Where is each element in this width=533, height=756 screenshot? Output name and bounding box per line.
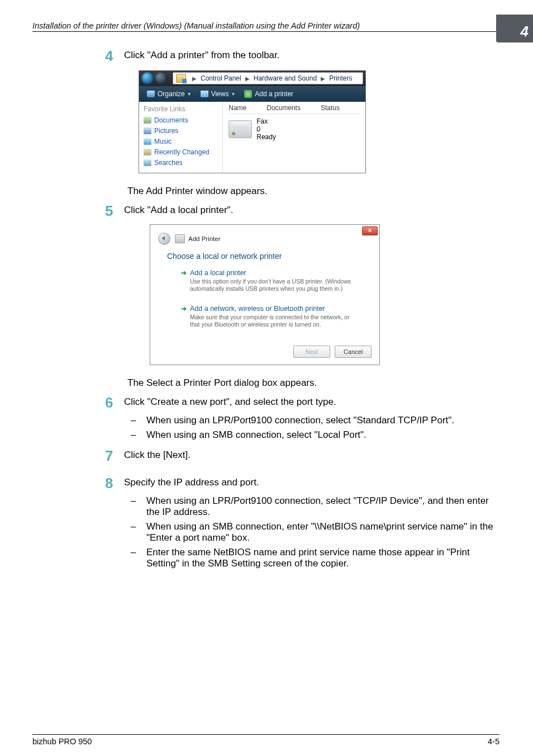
step-8-bullet-3: Enter the same NetBIOS name and print se…: [146, 547, 499, 569]
option-local-title: Add a local printer: [190, 269, 246, 277]
favorite-links-title: Favorite Links: [144, 105, 218, 113]
back-button[interactable]: [141, 72, 154, 84]
col-status[interactable]: Status: [321, 104, 340, 112]
step-5-number: 5: [105, 202, 124, 220]
step-7-text: Click the [Next].: [124, 447, 191, 461]
option-local-printer[interactable]: ➔Add a local printer Use this option onl…: [176, 265, 363, 296]
printer-item-fax[interactable]: Fax 0 Ready: [229, 117, 360, 141]
paragraph-after-ss1: The Add Printer window appears.: [127, 186, 499, 197]
crumb-control-panel[interactable]: Control Panel: [198, 74, 244, 82]
favorite-links-panel: Favorite Links Documents Pictures Music …: [139, 102, 223, 173]
col-name[interactable]: Name: [229, 104, 246, 112]
chevron-down-icon: ▼: [187, 92, 192, 97]
add-printer-label: Add a printer: [255, 90, 293, 98]
sidebar-item-label: Pictures: [154, 127, 178, 135]
crumb-printers[interactable]: Printers: [326, 74, 355, 82]
crumb-hardware[interactable]: Hardware and Sound: [251, 74, 320, 82]
forward-button[interactable]: [155, 72, 167, 84]
sidebar-item-pictures[interactable]: Pictures: [144, 127, 218, 135]
pictures-icon: [144, 127, 151, 134]
dialog-title: Add Printer: [188, 235, 221, 242]
toolbar: Organize▼ Views▼ Add a printer: [139, 86, 365, 102]
sidebar-item-label: Documents: [154, 116, 188, 124]
sidebar-item-label: Recently Changed: [154, 148, 210, 156]
sidebar-item-searches[interactable]: Searches: [144, 159, 218, 167]
documents-icon: [144, 117, 151, 124]
step-8-number: 8: [105, 475, 124, 492]
list-columns: Name Documents Status: [229, 104, 360, 114]
chevron-right-icon: ▶: [191, 75, 198, 82]
sidebar-item-documents[interactable]: Documents: [144, 116, 218, 124]
fax-printer-icon: [229, 120, 252, 138]
fax-status: Ready: [256, 133, 276, 141]
sidebar-item-label: Searches: [154, 159, 183, 167]
printers-folder-icon: [176, 74, 186, 83]
step-4-text: Click "Add a printer" from the toolbar.: [124, 48, 280, 61]
next-button[interactable]: Next: [293, 346, 330, 358]
sidebar-item-label: Music: [154, 138, 172, 145]
sidebar-item-music[interactable]: Music: [144, 138, 218, 145]
running-header: Installation of the printer driver (Wind…: [32, 21, 499, 30]
organize-button[interactable]: Organize▼: [142, 90, 196, 98]
step-8-text: Specify the IP address and port.: [124, 475, 259, 488]
arrow-right-icon: ➔: [181, 305, 187, 312]
footer-left: bizhub PRO 950: [32, 737, 92, 746]
step-6-text: Click "Create a new port", and select th…: [124, 394, 336, 408]
step-4-number: 4: [105, 48, 124, 65]
recently-changed-icon: [144, 149, 151, 155]
step-6-number: 6: [105, 394, 124, 412]
chevron-right-icon: ▶: [320, 75, 326, 82]
option-network-title: Add a network, wireless or Bluetooth pri…: [190, 305, 325, 313]
breadcrumb[interactable]: ▶ Control Panel ▶ Hardware and Sound ▶ P…: [173, 72, 363, 84]
fax-name: Fax: [256, 117, 268, 125]
close-button[interactable]: X: [362, 226, 378, 235]
step-7-number: 7: [105, 447, 124, 465]
organize-label: Organize: [158, 90, 185, 98]
paragraph-after-ss2: The Select a Printer Port dialog box app…: [127, 377, 499, 389]
cancel-button[interactable]: Cancel: [335, 346, 372, 358]
chapter-tab: 4: [496, 15, 533, 42]
step-6-bullet-1: When using an LPR/Port9100 connection, s…: [146, 415, 499, 426]
add-printer-window: X Add Printer Choose a local or network …: [150, 224, 380, 365]
col-documents[interactable]: Documents: [266, 104, 301, 112]
add-printer-icon: [244, 90, 252, 98]
searches-icon: [144, 159, 151, 166]
explorer-window: ▶ Control Panel ▶ Hardware and Sound ▶ P…: [139, 70, 366, 173]
nav-bar: ▶ Control Panel ▶ Hardware and Sound ▶ P…: [139, 70, 365, 86]
chevron-down-icon: ▼: [231, 92, 235, 97]
fax-doc-count: 0: [256, 125, 260, 133]
bullet-dash: –: [127, 521, 146, 544]
bullet-dash: –: [127, 429, 146, 441]
views-button[interactable]: Views▼: [196, 90, 240, 98]
step-6-bullet-2: When using an SMB connection, select "Lo…: [146, 429, 499, 441]
footer-right: 4-5: [488, 737, 499, 746]
step-8-bullet-2: When using an SMB connection, enter "\\N…: [146, 521, 499, 544]
option-network-printer[interactable]: ➔Add a network, wireless or Bluetooth pr…: [176, 301, 363, 332]
chevron-right-icon: ▶: [244, 75, 251, 82]
bullet-dash: –: [127, 495, 146, 518]
arrow-right-icon: ➔: [181, 270, 187, 276]
organize-icon: [147, 91, 155, 97]
bullet-dash: –: [127, 547, 146, 569]
add-printer-button[interactable]: Add a printer: [240, 90, 298, 98]
option-local-desc: Use this option only if you don't have a…: [181, 278, 358, 292]
bullet-dash: –: [127, 415, 146, 426]
printer-icon: [175, 234, 185, 243]
back-button[interactable]: [158, 233, 170, 245]
dialog-subtitle: Choose a local or network printer: [167, 252, 367, 261]
views-label: Views: [211, 90, 229, 98]
option-network-desc: Make sure that your computer is connecte…: [181, 314, 358, 328]
step-5-text: Click "Add a local printer".: [124, 202, 233, 216]
views-icon: [201, 91, 208, 97]
music-icon: [144, 138, 151, 145]
step-8-bullet-1: When using an LPR/Port9100 connection, s…: [146, 495, 499, 518]
sidebar-item-recently-changed[interactable]: Recently Changed: [144, 148, 218, 156]
